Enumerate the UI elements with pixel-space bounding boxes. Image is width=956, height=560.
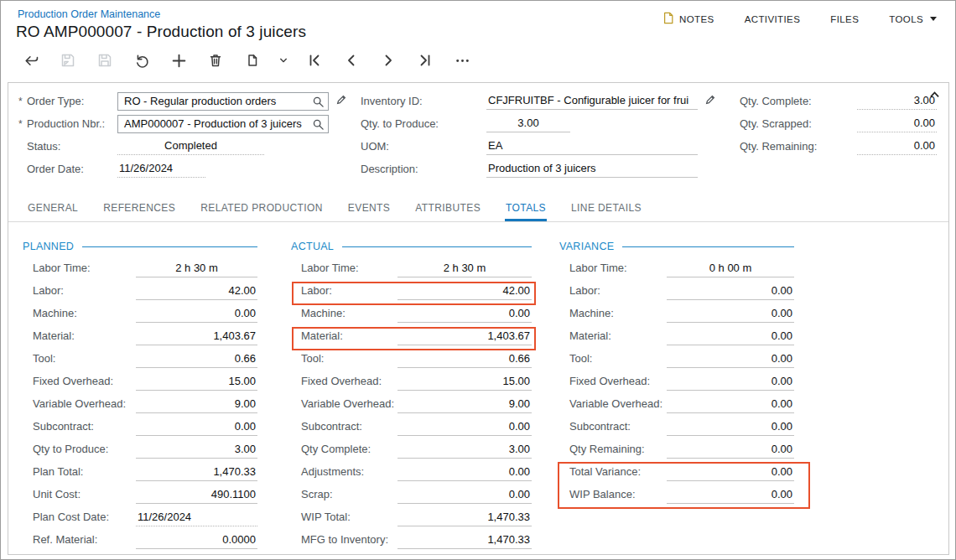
totals-row-value[interactable]: 1,470.33: [397, 532, 532, 549]
totals-row: WIP Total: 1,470.33: [301, 510, 532, 532]
totals-row: Fixed Overhead: 0.00: [569, 374, 794, 397]
totals-row-value[interactable]: 2 h 30 m: [136, 261, 257, 277]
totals-row-value[interactable]: 9.00: [136, 397, 257, 413]
activities-button[interactable]: ACTIVITIES: [745, 14, 801, 24]
tab-item[interactable]: GENERAL: [27, 197, 79, 221]
totals-row-value[interactable]: 0.00: [667, 374, 794, 391]
totals-row-value[interactable]: 0.00: [667, 351, 794, 368]
record-toolbar: [13, 44, 481, 76]
totals-row-value[interactable]: 0 h 00 m: [667, 261, 794, 277]
totals-row-value[interactable]: 0.00: [136, 419, 257, 436]
totals-row-value[interactable]: 0.00: [667, 329, 794, 345]
totals-row-value[interactable]: 15.00: [136, 374, 257, 391]
description-value[interactable]: Production of 3 juicers: [486, 160, 698, 178]
totals-row-value[interactable]: 0.00: [667, 419, 794, 436]
copy-paste-chevron-button[interactable]: [271, 46, 296, 75]
totals-row-value[interactable]: 2 h 30 m: [397, 261, 532, 277]
totals-row-label: Plan Total:: [33, 464, 83, 478]
delete-button[interactable]: [197, 46, 234, 75]
tools-label: TOOLS: [889, 14, 923, 24]
breadcrumb-link[interactable]: Production Order Maintenance: [18, 8, 160, 20]
totals-row-value[interactable]: 0.00: [397, 487, 532, 504]
tools-menu-button[interactable]: TOOLS: [889, 14, 937, 24]
totals-row: Unit Cost: 490.1100: [33, 487, 257, 510]
tab-item[interactable]: ATTRIBUTES: [414, 197, 481, 221]
tab-label: GENERAL: [28, 202, 78, 214]
tab-item[interactable]: LINE DETAILS: [570, 197, 642, 221]
tab-item[interactable]: EVENTS: [347, 197, 391, 221]
totals-row-value[interactable]: 0.00: [397, 419, 532, 436]
totals-row-value[interactable]: 9.00: [397, 397, 532, 413]
order-type-row: * Order Type: RO - Regular production or…: [18, 90, 354, 112]
notes-button[interactable]: NOTES: [662, 12, 714, 26]
tab-label: REFERENCES: [103, 202, 175, 214]
totals-row-label: Unit Cost:: [33, 487, 81, 500]
form-content: * Order Type: RO - Regular production or…: [8, 82, 949, 555]
totals-row-value[interactable]: 3.00: [397, 442, 532, 459]
edit-pencil-icon[interactable]: [335, 94, 347, 109]
tab-item[interactable]: REFERENCES: [102, 197, 176, 221]
qty-complete-value: 3.00: [857, 92, 937, 110]
inventory-id-row: Inventory ID: CFJFRUITBF - Configurable …: [361, 90, 730, 112]
inventory-id-value[interactable]: CFJFRUITBF - Configurable juicer for fru…: [486, 92, 698, 110]
more-ellipsis-button[interactable]: [444, 46, 481, 75]
totals-row-label: Labor Time:: [301, 261, 359, 274]
qty-to-produce-value[interactable]: 3.00: [486, 115, 570, 132]
section-rule: [82, 246, 257, 247]
totals-row-value[interactable]: 3.00: [136, 442, 257, 459]
lookup-magnifier-icon[interactable]: [312, 96, 325, 111]
totals-row-label: Variable Overhead:: [33, 397, 126, 410]
totals-row-value[interactable]: 42.00: [136, 283, 257, 300]
totals-row-label: Tool:: [301, 351, 324, 365]
edit-pencil-icon[interactable]: [704, 94, 716, 109]
totals-row-value[interactable]: 1,403.67: [397, 329, 532, 345]
totals-row-value[interactable]: 0.00: [667, 487, 794, 504]
totals-row-value[interactable]: 0.00: [667, 397, 794, 413]
totals-row-value[interactable]: 0.0000: [136, 532, 257, 549]
required-marker: *: [18, 96, 27, 107]
totals-row-label: Qty Complete:: [301, 442, 371, 455]
files-button[interactable]: FILES: [830, 14, 859, 24]
totals-row-value[interactable]: 0.00: [397, 306, 532, 323]
totals-row-value[interactable]: 1,470.33: [397, 510, 532, 526]
totals-row-value[interactable]: 0.00: [136, 306, 257, 323]
planned-rows: Labor Time: 2 h 30 m Labor: 42.00 Machin…: [23, 261, 257, 555]
copy-paste-button[interactable]: [234, 46, 271, 75]
totals-row-value[interactable]: 0.66: [136, 351, 257, 368]
app-window: Production Order Maintenance RO AMP00000…: [0, 0, 956, 560]
totals-row-value[interactable]: 0.00: [667, 464, 794, 481]
totals-row-value[interactable]: 0.00: [667, 442, 794, 459]
next-record-button[interactable]: [370, 46, 407, 75]
totals-row-value[interactable]: 42.00: [397, 283, 532, 300]
totals-row-value[interactable]: 0.66: [397, 351, 532, 368]
totals-row-label: Variable Overhead:: [569, 397, 662, 410]
variance-rows: Labor Time: 0 h 00 m Labor: 0.00 Machine…: [559, 261, 794, 510]
totals-row-value[interactable]: 11/26/2024: [136, 510, 257, 526]
order-type-input[interactable]: RO - Regular production orders: [117, 92, 329, 111]
totals-row-value[interactable]: 1,403.67: [136, 329, 257, 345]
totals-row-value[interactable]: 0.00: [667, 306, 794, 323]
totals-row-value[interactable]: 0.00: [667, 283, 794, 300]
tab-item[interactable]: RELATED PRODUCTION: [200, 197, 324, 221]
totals-row-label: Material:: [301, 329, 343, 342]
tab-item[interactable]: TOTALS: [505, 197, 547, 221]
first-record-button[interactable]: [296, 46, 333, 75]
previous-record-button[interactable]: [333, 46, 370, 75]
last-record-button[interactable]: [407, 46, 444, 75]
totals-row-value[interactable]: 15.00: [397, 374, 532, 391]
description-row: Description: Production of 3 juicers: [361, 158, 730, 180]
back-arrow-button[interactable]: [13, 46, 49, 75]
cancel-undo-button[interactable]: [123, 46, 160, 75]
add-new-button[interactable]: [160, 46, 197, 75]
totals-row-value[interactable]: 1,470.33: [136, 464, 257, 481]
uom-label: UOM:: [361, 140, 486, 153]
save-close-button: [49, 46, 86, 75]
totals-row-value[interactable]: 0.00: [397, 464, 532, 481]
lookup-magnifier-icon[interactable]: [312, 118, 325, 133]
uom-value[interactable]: EA: [486, 137, 698, 155]
totals-row-value[interactable]: 490.1100: [136, 487, 257, 504]
totals-row-label: Material:: [569, 329, 611, 342]
totals-row: Qty Complete: 3.00: [301, 442, 532, 464]
caret-down-icon: [930, 17, 937, 21]
production-nbr-input[interactable]: AMP000007 - Production of 3 juicers: [117, 115, 329, 133]
